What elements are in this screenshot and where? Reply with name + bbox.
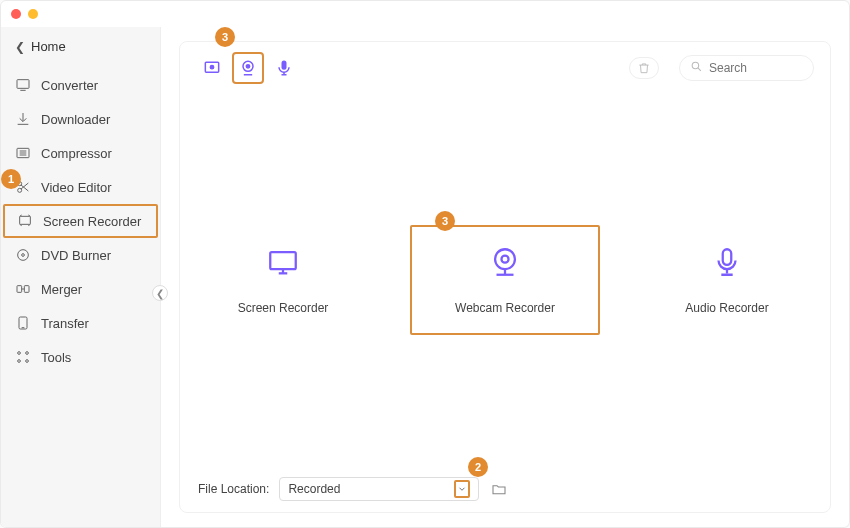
svg-rect-20 <box>282 61 287 70</box>
mode-screen-button[interactable] <box>196 52 228 84</box>
sidebar-item-label: DVD Burner <box>41 248 111 263</box>
tools-icon <box>15 349 31 365</box>
search-box[interactable] <box>679 55 814 81</box>
callout-1: 1 <box>1 169 21 189</box>
mode-audio-button[interactable] <box>268 52 300 84</box>
file-location-label: File Location: <box>198 482 269 496</box>
svg-point-21 <box>692 62 699 68</box>
svg-point-7 <box>18 250 29 261</box>
card-label: Webcam Recorder <box>455 301 555 315</box>
sidebar-item-label: Tools <box>41 350 71 365</box>
sidebar-item-compressor[interactable]: Compressor <box>1 136 160 170</box>
svg-point-12 <box>18 352 21 355</box>
mode-webcam-button[interactable] <box>232 52 264 84</box>
sidebar-item-label: Screen Recorder <box>43 214 141 229</box>
svg-rect-2 <box>17 80 29 89</box>
svg-point-17 <box>210 66 213 69</box>
file-location-select[interactable]: Recorded <box>279 477 479 501</box>
sidebar-item-label: Transfer <box>41 316 89 331</box>
close-window-icon[interactable] <box>11 9 21 19</box>
svg-point-15 <box>26 360 29 363</box>
screen-recorder-card-icon <box>266 245 300 283</box>
sidebar-item-tools[interactable]: Tools <box>1 340 160 374</box>
webcam-recorder-card-icon <box>488 245 522 283</box>
content-panel: Screen Recorder Webcam Recorder Audio Re… <box>179 41 831 513</box>
merger-icon <box>15 281 31 297</box>
sidebar-item-label: Downloader <box>41 112 110 127</box>
trash-button[interactable] <box>629 57 659 79</box>
sidebar-item-label: Compressor <box>41 146 112 161</box>
sidebar-item-dvd-burner[interactable]: DVD Burner <box>1 238 160 272</box>
screen-recorder-icon <box>17 213 33 229</box>
sidebar-item-label: Converter <box>41 78 98 93</box>
sidebar-item-screen-recorder[interactable]: Screen Recorder <box>3 204 158 238</box>
sidebar-item-downloader[interactable]: Downloader <box>1 102 160 136</box>
card-screen-recorder[interactable]: Screen Recorder <box>188 225 378 335</box>
svg-rect-22 <box>270 252 296 269</box>
window-controls[interactable] <box>11 9 38 19</box>
svg-point-13 <box>26 352 29 355</box>
transfer-icon <box>15 315 31 331</box>
downloader-icon <box>15 111 31 127</box>
file-location-select-wrap: Recorded <box>279 477 479 501</box>
sidebar-item-label: Video Editor <box>41 180 112 195</box>
app-body: ❮ Home Converter Downloader <box>1 27 849 527</box>
card-label: Screen Recorder <box>238 301 329 315</box>
minimize-window-icon[interactable] <box>28 9 38 19</box>
home-back-button[interactable]: ❮ Home <box>1 27 160 68</box>
card-webcam-recorder[interactable]: Webcam Recorder <box>410 225 600 335</box>
select-caret[interactable] <box>454 480 470 498</box>
svg-point-8 <box>22 254 25 257</box>
sidebar-nav: Converter Downloader Compressor <box>1 68 160 374</box>
file-location-value: Recorded <box>288 482 340 496</box>
card-audio-recorder[interactable]: Audio Recorder <box>632 225 822 335</box>
svg-rect-6 <box>20 216 31 224</box>
svg-point-24 <box>501 256 508 263</box>
dvd-burner-icon <box>15 247 31 263</box>
titlebar <box>1 1 849 27</box>
sidebar-item-video-editor[interactable]: Video Editor <box>1 170 160 204</box>
search-input[interactable] <box>709 61 799 75</box>
footer: File Location: Recorded <box>180 466 830 512</box>
main-pane: Screen Recorder Webcam Recorder Audio Re… <box>161 27 849 527</box>
svg-rect-25 <box>723 249 732 265</box>
compressor-icon <box>15 145 31 161</box>
open-folder-button[interactable] <box>489 479 509 499</box>
sidebar-item-label: Merger <box>41 282 82 297</box>
callout-3-card: 3 <box>435 211 455 231</box>
mode-icons <box>196 52 300 84</box>
callout-2: 2 <box>468 457 488 477</box>
converter-icon <box>15 77 31 93</box>
callout-3-toolbar: 3 <box>215 27 235 47</box>
audio-recorder-card-icon <box>710 245 744 283</box>
sidebar: ❮ Home Converter Downloader <box>1 27 161 527</box>
home-label: Home <box>31 39 66 54</box>
chevron-left-icon: ❮ <box>15 40 25 54</box>
app-window: 1 3 3 2 ❮ Home Convert <box>0 0 850 528</box>
sidebar-item-transfer[interactable]: Transfer <box>1 306 160 340</box>
svg-rect-10 <box>24 286 29 293</box>
recorder-cards: Screen Recorder Webcam Recorder Audio Re… <box>180 94 830 466</box>
svg-point-19 <box>246 65 249 68</box>
svg-point-23 <box>495 249 515 269</box>
card-label: Audio Recorder <box>685 301 768 315</box>
svg-rect-9 <box>17 286 22 293</box>
toolbar <box>180 42 830 94</box>
search-icon <box>690 59 703 77</box>
sidebar-item-merger[interactable]: Merger <box>1 272 160 306</box>
svg-point-14 <box>18 360 21 363</box>
sidebar-item-converter[interactable]: Converter <box>1 68 160 102</box>
